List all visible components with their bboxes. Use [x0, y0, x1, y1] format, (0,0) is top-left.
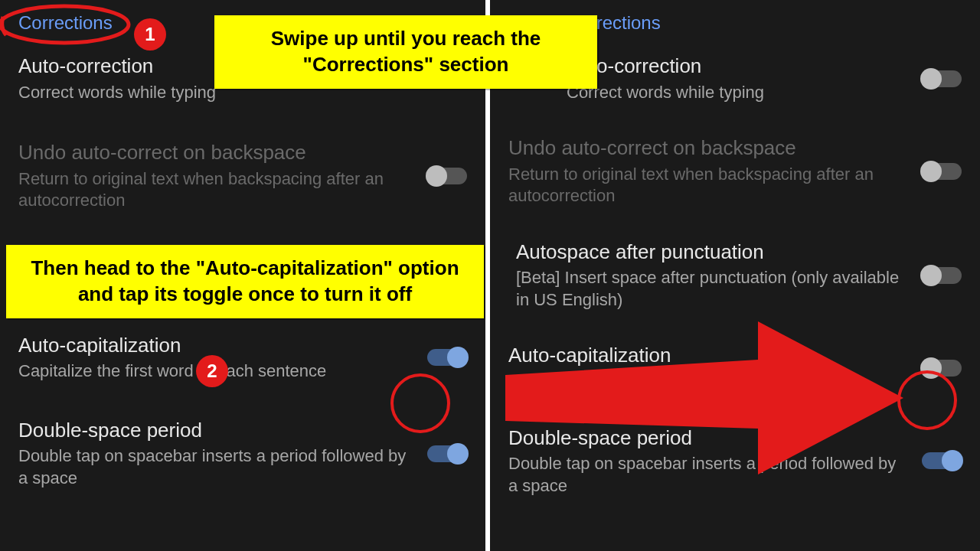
toggle-undo-autocorrect[interactable] — [922, 163, 962, 180]
annotation-arrow-icon — [505, 321, 919, 474]
toggle-double-space-period[interactable] — [922, 452, 962, 469]
setting-undo-autocorrect[interactable]: Undo auto-correct on backspace Return to… — [490, 125, 980, 218]
annotation-ring-left-toggle — [390, 373, 450, 433]
toggle-auto-correction[interactable] — [922, 70, 962, 87]
annotation-callout-1: Swipe up until you reach the "Correction… — [214, 15, 597, 89]
setting-subtitle: Correct words while typing — [567, 82, 910, 104]
setting-title: Auto-capitalization — [18, 333, 415, 358]
setting-title: Undo auto-correct on backspace — [508, 135, 910, 161]
setting-subtitle: Return to original text when backspacing… — [508, 164, 910, 207]
setting-title: Autospace after punctuation — [508, 240, 910, 265]
setting-autospace-punctuation[interactable]: Autospace after punctuation [Beta] Inser… — [490, 229, 980, 322]
toggle-autospace-punctuation[interactable] — [922, 267, 962, 284]
svg-marker-1 — [505, 321, 903, 474]
annotation-circle-corrections — [0, 2, 141, 47]
setting-subtitle: [Beta] Insert space after punctuation (o… — [508, 267, 910, 311]
annotation-callout-2: Then head to the "Auto-capitalization" o… — [6, 245, 484, 318]
svg-point-0 — [0, 6, 129, 43]
setting-subtitle: Return to original text when backspacing… — [18, 168, 415, 212]
annotation-badge-2: 2 — [196, 355, 228, 387]
setting-title: Double-space period — [18, 418, 415, 443]
setting-title: Auto-correction — [567, 54, 910, 79]
setting-subtitle: Double tap on spacebar inserts a period … — [18, 445, 415, 489]
annotation-badge-1: 1 — [134, 18, 166, 51]
toggle-undo-autocorrect[interactable] — [427, 168, 467, 184]
setting-title: Undo auto-correct on backspace — [18, 140, 415, 165]
toggle-double-space-period[interactable] — [427, 445, 467, 462]
toggle-auto-capitalization[interactable] — [427, 349, 467, 366]
setting-undo-autocorrect[interactable]: Undo auto-correct on backspace Return to… — [0, 129, 485, 223]
